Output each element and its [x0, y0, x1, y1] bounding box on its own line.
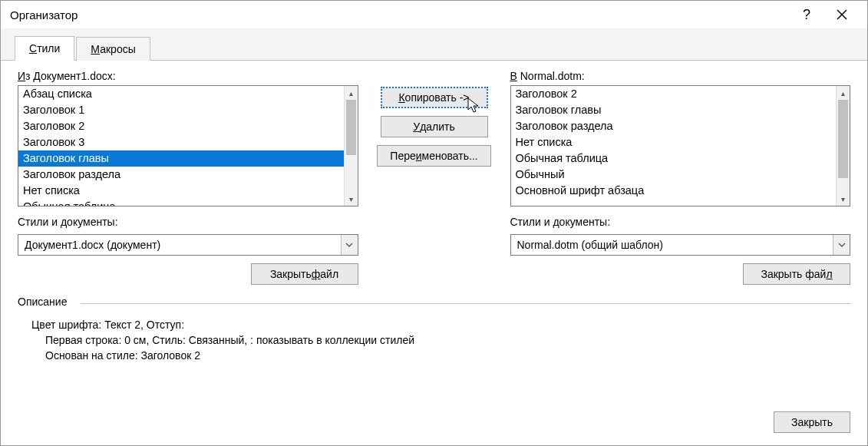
list-item[interactable]: Обычный — [511, 167, 837, 183]
target-list-items: Заголовок 2 Заголовок главы Заголовок ра… — [511, 86, 837, 206]
chevron-down-icon[interactable] — [341, 235, 358, 255]
target-listbox[interactable]: Заголовок 2 Заголовок главы Заголовок ра… — [510, 85, 851, 206]
list-item[interactable]: Заголовок 2 — [511, 86, 837, 102]
close-icon — [837, 9, 847, 20]
tab-macros[interactable]: Макросы — [76, 37, 150, 61]
list-item[interactable]: Нет списка — [18, 183, 344, 199]
scroll-down-icon[interactable]: ▾ — [837, 192, 850, 206]
combo-value: Normal.dotm (общий шаблон) — [511, 235, 833, 255]
content-area: Из Документ1.docx: Абзац списка Заголово… — [1, 61, 867, 411]
delete-button[interactable]: Удалить — [381, 116, 488, 137]
action-buttons-panel: Копировать -> Удалить Переименовать... — [369, 70, 500, 285]
titlebar: Организатор ? — [1, 1, 867, 28]
rename-button[interactable]: Переименовать... — [377, 145, 490, 167]
source-list-items: Абзац списка Заголовок 1 Заголовок 2 Заг… — [18, 86, 344, 206]
description-line: Первая строка: 0 см, Стиль: Связанный, :… — [31, 332, 850, 348]
close-dialog-button[interactable]: Закрыть — [774, 411, 850, 433]
target-styles-docs-label: Стили и документы: — [510, 216, 851, 228]
window-title: Организатор — [10, 8, 789, 21]
target-styles-docs-combo[interactable]: Normal.dotm (общий шаблон) — [510, 234, 851, 256]
target-panel: В Normal.dotm: Заголовок 2 Заголовок гла… — [510, 70, 851, 285]
tab-bar: Стили Макросы — [1, 28, 867, 61]
description-line: Цвет шрифта: Текст 2, Отступ: — [31, 317, 850, 332]
list-item-selected[interactable]: Заголовок главы — [18, 150, 344, 167]
source-panel: Из Документ1.docx: Абзац списка Заголово… — [18, 70, 358, 285]
description-body: Цвет шрифта: Текст 2, Отступ: Первая стр… — [18, 308, 850, 363]
description-line: Основан на стиле: Заголовок 2 — [31, 348, 850, 363]
combo-value: Документ1.docx (документ) — [18, 235, 341, 255]
scroll-up-icon[interactable]: ▴ — [345, 86, 358, 100]
scroll-thumb[interactable] — [346, 100, 356, 155]
list-item[interactable]: Заголовок главы — [511, 102, 837, 118]
list-item[interactable]: Нет списка — [511, 134, 837, 150]
scroll-thumb[interactable] — [838, 100, 848, 178]
scroll-track[interactable] — [345, 100, 358, 192]
list-item[interactable]: Обычная таблица — [18, 199, 344, 206]
list-item[interactable]: Абзац списка — [18, 86, 344, 102]
source-styles-docs-label: Стили и документы: — [18, 216, 358, 228]
source-listbox[interactable]: Абзац списка Заголовок 1 Заголовок 2 Заг… — [18, 85, 358, 206]
source-label: Из Документ1.docx: — [18, 70, 358, 82]
list-item[interactable]: Заголовок 2 — [18, 118, 344, 134]
scroll-down-icon[interactable]: ▾ — [345, 192, 358, 206]
list-item[interactable]: Заголовок 3 — [18, 134, 344, 150]
copy-button[interactable]: Копировать -> — [381, 87, 488, 108]
help-button[interactable]: ? — [789, 3, 824, 26]
close-source-file-button[interactable]: Закрыть файл — [251, 263, 358, 285]
list-item[interactable]: Обычная таблица — [511, 150, 837, 167]
chevron-down-icon[interactable] — [833, 235, 850, 255]
target-scrollbar[interactable]: ▴ ▾ — [836, 86, 850, 206]
list-item[interactable]: Заголовок раздела — [511, 118, 837, 134]
scroll-track[interactable] — [837, 100, 850, 192]
description-legend: Описание — [18, 296, 70, 308]
list-item[interactable]: Основной шрифт абзаца — [511, 183, 837, 199]
close-window-button[interactable] — [824, 3, 860, 26]
tab-styles[interactable]: Стили — [15, 36, 74, 61]
organizer-dialog: Организатор ? Стили Макросы Из Документ1… — [0, 0, 868, 446]
list-item[interactable]: Заголовок раздела — [18, 167, 344, 183]
source-styles-docs-combo[interactable]: Документ1.docx (документ) — [18, 234, 358, 256]
close-target-file-button[interactable]: Закрыть файл — [743, 263, 850, 285]
source-scrollbar[interactable]: ▴ ▾ — [344, 86, 358, 206]
divider — [81, 303, 850, 304]
target-label: В Normal.dotm: — [510, 70, 851, 82]
dialog-footer: Закрыть — [1, 411, 867, 445]
description-group: Описание Цвет шрифта: Текст 2, Отступ: П… — [18, 296, 850, 363]
list-item[interactable]: Заголовок 1 — [18, 102, 344, 118]
scroll-up-icon[interactable]: ▴ — [837, 86, 850, 100]
